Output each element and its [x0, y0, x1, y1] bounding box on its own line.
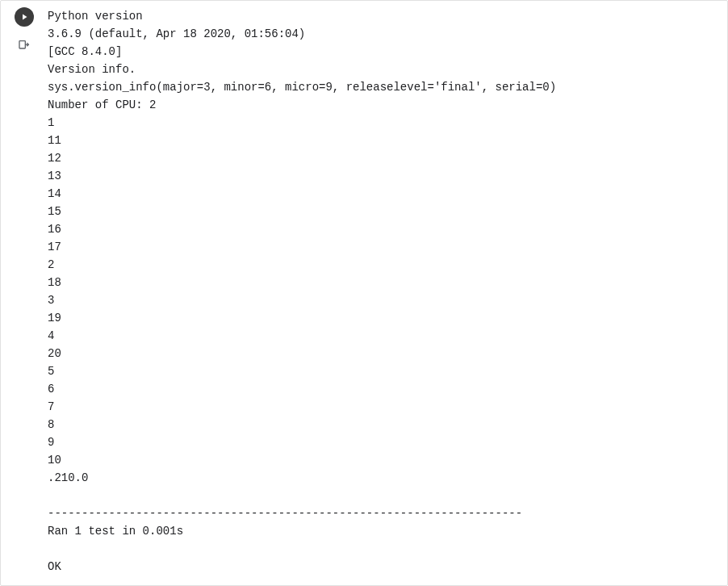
run-cell-button[interactable] [15, 7, 34, 27]
notebook-cell: Python version 3.6.9 (default, Apr 18 20… [0, 0, 728, 586]
cell-gutter [1, 1, 48, 585]
cell-output: Python version 3.6.9 (default, Apr 18 20… [48, 1, 727, 585]
output-indicator-icon [17, 38, 31, 52]
play-icon [19, 12, 29, 22]
svg-rect-0 [19, 41, 25, 48]
